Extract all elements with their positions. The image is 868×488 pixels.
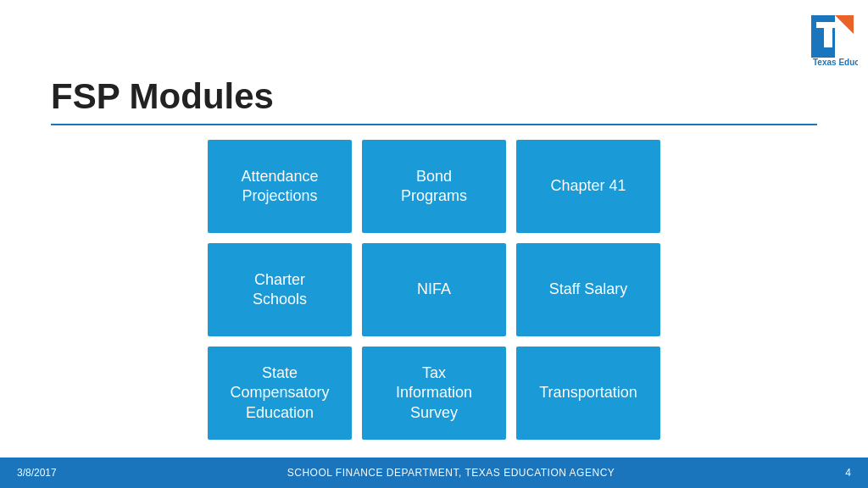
module-nifa[interactable]: NIFA [362,243,506,336]
title-divider [51,124,817,125]
footer-center-text: SCHOOL FINANCE DEPARTMENT, TEXAS EDUCATI… [287,467,615,479]
module-bond-programs[interactable]: BondPrograms [362,140,506,233]
logo-area: Texas Education Agency [758,8,860,72]
svg-text:Texas Education Agency: Texas Education Agency [813,58,858,67]
module-transportation[interactable]: Transportation [516,347,660,440]
module-attendance-projections[interactable]: AttendanceProjections [208,140,352,233]
module-staff-salary[interactable]: Staff Salary [516,243,660,336]
title-section: FSP Modules [51,76,817,125]
footer: 3/8/2017 SCHOOL FINANCE DEPARTMENT, TEXA… [0,458,868,488]
module-charter-schools[interactable]: CharterSchools [208,243,352,336]
module-chapter-41[interactable]: Chapter 41 [516,140,660,233]
page-title: FSP Modules [51,76,817,117]
footer-page-number: 4 [845,467,851,479]
footer-date: 3/8/2017 [17,467,57,479]
modules-grid: AttendanceProjections BondPrograms Chapt… [208,140,660,440]
svg-rect-4 [824,22,832,47]
module-tax-information-survey[interactable]: TaxInformationSurvey [362,347,506,440]
module-state-compensatory[interactable]: StateCompensatoryEducation [208,347,352,440]
